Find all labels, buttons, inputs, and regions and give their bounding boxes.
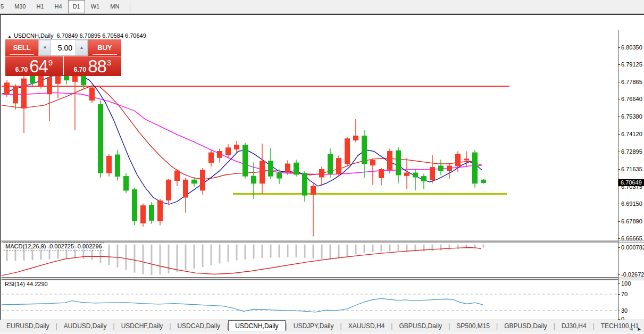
- rsi-line: [2, 298, 483, 312]
- price-axis-label: 6.71635: [621, 166, 642, 172]
- price-axis-label: 6.74120: [621, 131, 642, 137]
- timeframe-button-5[interactable]: 5: [0, 0, 9, 13]
- price-axis-label: 6.69150: [621, 201, 642, 207]
- chart-tab-dj30[interactable]: DJ30,H4: [555, 321, 593, 331]
- chart-tab-sp500[interactable]: SP500,M15: [450, 321, 496, 331]
- timeframe-button-w1[interactable]: W1: [86, 0, 105, 13]
- buy-price-small: 6.70: [74, 66, 86, 73]
- timeframe-button-d1[interactable]: D1: [68, 0, 85, 13]
- price-axis-tick: [618, 169, 620, 170]
- volume-increase-button[interactable]: ▲: [76, 40, 88, 55]
- chart-title-symbol: USDCNH,Daily: [14, 32, 54, 39]
- rsi-indicator-canvas: [2, 279, 618, 322]
- sell-button[interactable]: SELL: [5, 39, 38, 56]
- timeframe-button-h4[interactable]: H4: [50, 0, 67, 13]
- chart-window: ▲USDCNH,Daily 6.70849 6.70895 6.70584 6.…: [0, 15, 644, 320]
- one-click-trading-widget: SELL ▼ 5.00 ▲ BUY 6.70 64 9 6.70 88 3: [5, 39, 121, 76]
- buy-button[interactable]: BUY: [88, 39, 121, 56]
- price-axis-label: 6.79125: [621, 61, 642, 68]
- chart-tab-bar: EURUSD,Daily|AUDUSD,Daily|USDCHF,Daily|U…: [0, 320, 644, 331]
- volume-decrease-button[interactable]: ▼: [39, 40, 51, 55]
- price-axis-label: 6.75380: [621, 113, 642, 120]
- rsi-axis-tick: [618, 283, 620, 284]
- chart-title: ▲USDCNH,Daily 6.70849 6.70895 6.70584 6.…: [7, 32, 146, 39]
- volume-input[interactable]: 5.00: [51, 40, 76, 55]
- price-axis-label: 6.67890: [621, 218, 642, 224]
- collapse-triangle-icon[interactable]: ▲: [7, 34, 12, 39]
- price-axis-label: 6.72895: [621, 148, 642, 155]
- price-axis-border: [618, 30, 618, 323]
- timeframe-button-m30[interactable]: M30: [10, 0, 30, 13]
- toolbar-divider: [130, 2, 130, 12]
- macd-axis-label: 0.000782: [621, 244, 644, 250]
- sell-price-sup: 9: [48, 58, 53, 67]
- price-axis-tick: [618, 99, 620, 99]
- chart-tab-usdjpy[interactable]: USDJPY,Daily: [287, 321, 340, 331]
- timeframe-button-h1[interactable]: H1: [32, 0, 49, 13]
- macd-axis-tick: [618, 274, 620, 275]
- price-axis-tick: [618, 187, 620, 187]
- buy-price-sup: 3: [107, 58, 111, 67]
- rsi-axis-tick: [618, 294, 620, 295]
- chart-tab-gbpusd[interactable]: GBPUSD,Daily: [392, 321, 448, 331]
- chart-tab-usdcnh-active[interactable]: USDCNH,Daily: [228, 320, 285, 331]
- price-axis-label: 6.80350: [621, 44, 642, 51]
- rsi-label[interactable]: RSI(14) 44.2290: [5, 281, 48, 287]
- ma-mid-line: [2, 86, 482, 179]
- volume-spinner: ▼ 5.00 ▲: [38, 39, 88, 56]
- status-strip: [0, 331, 644, 334]
- chart-tab-eurusd[interactable]: EURUSD,Daily: [0, 321, 56, 331]
- price-axis-tick: [618, 47, 620, 48]
- trading-platform-window: 5M30H1H4D1W1MN ▲USDCNH,Daily 6.70849 6.7…: [0, 0, 644, 334]
- chart-title-ohlc: 6.70849 6.70895 6.70584 6.70649: [57, 32, 146, 39]
- price-axis-tick: [618, 221, 620, 222]
- rsi-axis-label: 100: [621, 280, 631, 287]
- macd-signal-line: [2, 248, 481, 276]
- buy-price-big: 88: [88, 56, 106, 77]
- price-axis-tick: [618, 134, 620, 135]
- current-price-tag: 6.70649: [618, 179, 644, 186]
- chart-tab-audusd[interactable]: AUDUSD,Daily: [57, 321, 113, 331]
- rsi-axis-label: 30: [621, 307, 628, 314]
- price-axis-tick: [618, 64, 620, 65]
- price-axis-label: 6.77865: [621, 79, 642, 85]
- chart-tab-xauusd[interactable]: XAUUSD,H4: [342, 321, 391, 331]
- timeframe-toolbar: 5M30H1H4D1W1MN: [0, 0, 644, 14]
- ma-slow-line: [2, 93, 482, 174]
- chart-tab-gbpusd[interactable]: GBPUSD,Daily: [498, 321, 554, 331]
- sell-price-small: 6.70: [15, 66, 28, 73]
- macd-label[interactable]: MACD(12,26,9) -0.002725 -0.002296: [4, 243, 104, 250]
- rsi-axis-label: 70: [621, 291, 628, 297]
- ma-fast-line: [2, 75, 482, 204]
- chart-tab-usdchf[interactable]: USDCHF,Daily: [115, 321, 170, 331]
- sell-price-display[interactable]: 6.70 64 9: [5, 56, 63, 76]
- buy-price-display[interactable]: 6.70 88 3: [64, 56, 121, 76]
- price-axis-tick: [618, 82, 620, 82]
- chart-tab-usdcad[interactable]: USDCAD,Daily: [171, 321, 227, 331]
- macd-axis-label: -0.026721: [621, 271, 644, 278]
- price-axis-label: 6.66665: [621, 235, 642, 241]
- sell-price-big: 64: [29, 56, 48, 77]
- timeframe-button-mn[interactable]: MN: [105, 0, 124, 13]
- price-axis-label: 6.76640: [621, 96, 642, 102]
- rsi-axis-tick: [618, 311, 620, 311]
- price-axis-tick: [618, 116, 620, 117]
- price-axis-tick: [618, 204, 620, 204]
- price-axis-tick: [618, 238, 620, 239]
- macd-axis-tick: [618, 247, 620, 248]
- price-axis-tick: [618, 152, 620, 152]
